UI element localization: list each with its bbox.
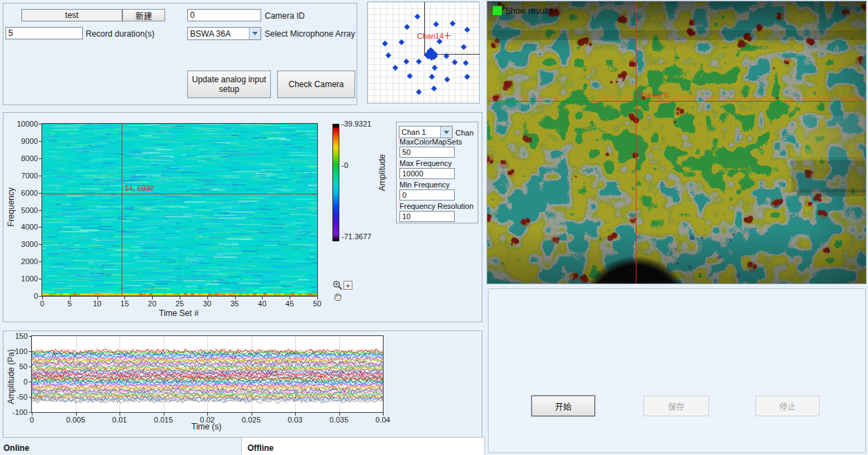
colorbar-axis-label: Amplitude (377, 154, 387, 191)
start-button[interactable]: 开始 (531, 396, 595, 416)
chevron-down-icon[interactable] (249, 28, 261, 39)
record-duration-field[interactable]: 5 (6, 27, 83, 39)
control-field-input[interactable]: 50 (399, 147, 455, 158)
spectrogram-xtick: 25 (169, 299, 190, 308)
waveform-xtick: 0.01 (104, 416, 135, 424)
camera-cursor-vline[interactable] (636, 1, 636, 284)
spectrogram-cursor-label: 14, 5932 (124, 184, 154, 192)
control-field-input[interactable]: 10000 (399, 168, 455, 179)
mic-cursor-cross[interactable] (447, 32, 448, 39)
waveform-canvas[interactable] (32, 336, 383, 412)
analysis-controls-box: Chan 1 Chan MaxColorMapSets50Max Frequen… (396, 122, 478, 223)
zoom-mode-plus-icon[interactable]: + (343, 281, 352, 290)
spectrogram-ytick: 8000 (13, 154, 38, 162)
waveform-xtick: 0.035 (324, 416, 355, 424)
mic-point (416, 59, 422, 64)
channel-value: Chan 1 (399, 128, 440, 136)
waveform-ytick: 150 (5, 332, 28, 340)
camera-cursor-hline[interactable] (487, 101, 866, 102)
spectrogram-ytick: 2000 (13, 257, 38, 266)
spectrogram-ytick-mark (39, 296, 41, 297)
waveform-ytick-mark (29, 397, 31, 398)
spectrogram-cursor-vline[interactable] (122, 124, 122, 296)
spectrogram-panel: Frequency 14, 5932 Time Set # -39.9321 -… (3, 112, 482, 322)
waveform-xtick: 0.025 (236, 416, 267, 424)
spectrogram-xtick: 15 (114, 299, 135, 308)
camera-id-field[interactable]: 0 (187, 9, 261, 21)
colorbar-mid-label: -0 (341, 161, 348, 169)
tab-online[interactable]: Online (3, 443, 29, 453)
zoom-tool-icon[interactable] (332, 280, 343, 290)
actions-panel: 开始 保存 停止 (488, 288, 866, 453)
control-field-input[interactable]: 0 (399, 189, 455, 201)
spectrogram-xtick: 40 (252, 299, 272, 308)
channel-label: Chan (455, 129, 473, 137)
mic-array-plot[interactable]: Chan14 (367, 1, 480, 104)
test-name-field[interactable]: test (21, 9, 122, 21)
spectrogram-ytick-mark (39, 210, 41, 211)
acoustic-heatmap-canvas[interactable] (487, 1, 866, 284)
colorbar-min-label: -71.3677 (341, 232, 371, 241)
waveform-xtick: 0.03 (280, 416, 310, 424)
mic-point (404, 59, 409, 64)
mic-point (461, 44, 466, 50)
waveform-ytick: 50 (5, 362, 28, 371)
colorbar-max-label: -39.9321 (341, 120, 371, 128)
chevron-down-icon[interactable] (440, 127, 452, 138)
mic-point (450, 21, 455, 26)
spectrogram-ytick: 4000 (13, 223, 38, 231)
tab-offline[interactable]: Offline (247, 443, 274, 453)
spectrogram-ytick-mark (39, 193, 41, 194)
waveform-ytick: 100 (5, 347, 28, 355)
mic-point (382, 41, 388, 46)
show-results-led[interactable] (492, 6, 502, 16)
spectrogram-cursor-hline[interactable] (42, 194, 317, 194)
new-button[interactable]: 新建 (122, 9, 165, 21)
spectrogram-ytick-mark (39, 141, 41, 142)
pan-hand-icon[interactable] (333, 292, 343, 301)
spectrogram-canvas[interactable] (42, 124, 317, 296)
waveform-panel: Amplitude (Pa) Time (s) 150100500-50-100… (3, 331, 482, 438)
check-camera-button[interactable]: Check Camera (277, 71, 355, 98)
record-duration-label: Record duration(s) (86, 29, 154, 39)
spectrogram-ytick: 1000 (13, 275, 38, 283)
waveform-ytick-mark (29, 382, 31, 382)
control-field-input[interactable]: 10 (399, 211, 455, 222)
mic-array-dropdown[interactable]: BSWA 36A (187, 27, 261, 40)
update-analog-input-button[interactable]: Update analog input setup (187, 71, 271, 98)
mic-array-label: Select Microphone Array (265, 29, 355, 39)
offline-tab-bar (241, 437, 485, 455)
waveform-ytick: -50 (5, 393, 28, 401)
mic-axis-vertical (424, 2, 425, 55)
camera-cursor-label: Cursor 0 (639, 91, 668, 100)
channel-dropdown[interactable]: Chan 1 (399, 126, 453, 138)
spectrogram-ytick-mark (39, 124, 41, 124)
control-field-label: Frequency Resolution (399, 202, 473, 210)
stop-button[interactable]: 停止 (755, 396, 820, 416)
waveform-xtick: 0.015 (149, 416, 179, 424)
spectrogram-xtick: 5 (59, 299, 80, 308)
spectrogram-xtick: 10 (87, 299, 108, 308)
waveform-xtick: 0.005 (61, 416, 91, 424)
spectrogram-ytick: 7000 (13, 171, 38, 180)
spectrogram-xtick: 35 (225, 299, 245, 308)
amplitude-colorbar (332, 124, 339, 241)
show-results-label: Show results (505, 6, 553, 16)
spectrogram-ytick-mark (39, 279, 41, 279)
spectrogram-xtick: 0 (32, 299, 53, 308)
mic-point (386, 53, 391, 58)
waveform-ytick-mark (29, 336, 31, 337)
mic-point (463, 60, 469, 66)
mic-point (393, 65, 398, 71)
mic-point (464, 74, 470, 80)
waveform-ytick-mark (29, 366, 31, 367)
spectrogram-xlabel: Time Set # (159, 308, 199, 318)
mic-array-value: BSWA 36A (188, 29, 249, 39)
control-field-label: MaxColorMapSets (399, 138, 462, 146)
save-button[interactable]: 保存 (643, 396, 709, 416)
mic-point (431, 86, 437, 91)
spectrogram-ytick: 3000 (13, 240, 38, 248)
mic-point (404, 24, 410, 30)
spectrogram-ytick: 10000 (13, 120, 38, 128)
mic-point (399, 39, 404, 45)
